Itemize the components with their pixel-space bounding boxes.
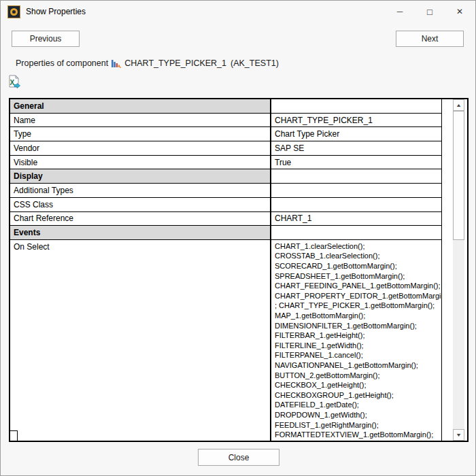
table-row[interactable]: General [10, 99, 441, 114]
scroll-up-icon: ▲ [456, 103, 462, 107]
property-label: Type [10, 127, 271, 141]
property-label: On Select [10, 240, 271, 441]
table-bottom-notch [10, 430, 18, 441]
close-button[interactable]: Close [198, 449, 279, 466]
property-value[interactable]: CHART_1 [271, 212, 441, 226]
caption-prefix: Properties of component [16, 58, 108, 68]
table-row[interactable]: Chart ReferenceCHART_1 [10, 212, 441, 226]
property-value[interactable] [271, 198, 441, 211]
property-label: CSS Class [10, 198, 271, 211]
code-line: FORMATTEDTEXTVIEW_1.getBottomMargin(); [275, 430, 441, 440]
table-row[interactable]: VendorSAP SE [10, 141, 441, 156]
property-value[interactable] [271, 184, 441, 197]
table-row[interactable]: On SelectCHART_1.clearSelection();CROSST… [10, 240, 441, 441]
property-value[interactable]: CHART_TYPE_PICKER_1 [271, 114, 441, 127]
code-line: CROSSTAB_1.clearSelection(); [275, 251, 441, 261]
minimize-icon: ─ [397, 7, 403, 16]
scrollbar-thumb[interactable] [453, 111, 464, 240]
code-line: SCORECARD_1.getBottomMargin(); [275, 261, 441, 271]
scroll-down-icon: ▼ [456, 432, 462, 437]
property-value [271, 226, 441, 239]
property-value [271, 169, 441, 183]
svg-text:X: X [10, 79, 15, 86]
code-line: CHECKBOX_1.getHeight(); [275, 380, 441, 390]
window-controls: ─ □ ✕ [385, 1, 475, 22]
bar-chart-icon [112, 59, 121, 68]
properties-table: GeneralNameCHART_TYPE_PICKER_1TypeChart … [9, 98, 469, 442]
component-name: CHART_TYPE_PICKER_1 [124, 58, 226, 68]
window-title: Show Properties [26, 7, 86, 16]
show-properties-dialog: Show Properties ─ □ ✕ Previous Next Prop… [0, 0, 476, 476]
scroll-up-button[interactable]: ▲ [453, 99, 464, 111]
code-line: DATEFIELD_1.getDate(); [275, 400, 441, 410]
code-line: NAVIGATIONPANEL_1.getBottomMargin(); [275, 360, 441, 371]
table-row[interactable]: VisibleTrue [10, 156, 441, 170]
vertical-scrollbar[interactable]: ▲ ▼ [453, 99, 464, 441]
property-label: Visible [10, 156, 271, 169]
code-line: CHECKBOXGROUP_1.getHeight(); [275, 390, 441, 401]
code-line: FEEDLIST_1.getRightMargin(); [275, 420, 441, 430]
property-value[interactable]: CHART_1.clearSelection();CROSSTAB_1.clea… [271, 240, 441, 441]
table-row[interactable]: Events [10, 226, 441, 240]
code-line: MAP_1.getBottomMargin(); [275, 311, 441, 321]
table-row[interactable]: TypeChart Type Picker [10, 127, 441, 141]
code-line: FILTERBAR_1.getHeight(); [275, 330, 441, 341]
app-icon [7, 5, 20, 18]
properties-table-rows: GeneralNameCHART_TYPE_PICKER_1TypeChart … [10, 99, 442, 441]
code-line: FILTERPANEL_1.cancel(); [275, 350, 441, 360]
section-header-label: General [10, 99, 271, 113]
property-label: Name [10, 114, 271, 127]
component-properties-caption: Properties of component CHART_TYPE_PICKE… [16, 57, 279, 69]
code-line: FILTERLINE_1.getWidth(); [275, 341, 441, 351]
property-label: Chart Reference [10, 212, 271, 226]
titlebar: Show Properties ─ □ ✕ [1, 1, 475, 22]
scroll-down-button[interactable]: ▼ [453, 429, 464, 441]
code-line: SPREADSHEET_1.getBottomMargin(); [275, 271, 441, 282]
code-line: CHART_FEEDING_PANEL_1.getBottomMargin(); [275, 281, 441, 291]
table-row[interactable]: Display [10, 169, 441, 184]
close-icon: ✕ [456, 7, 463, 16]
table-row[interactable]: Additional Types [10, 184, 441, 198]
property-value [271, 99, 441, 113]
code-line: DROPDOWN_1.getWidth(); [275, 410, 441, 420]
property-label: Vendor [10, 141, 271, 155]
code-line: BUTTON_2.getBottomMargin(); [275, 371, 441, 381]
export-to-excel-icon[interactable]: X [7, 75, 21, 89]
property-value[interactable]: SAP SE [271, 141, 441, 155]
table-row[interactable]: CSS Class [10, 198, 441, 212]
section-header-label: Display [10, 169, 271, 183]
previous-button[interactable]: Previous [12, 31, 80, 47]
next-button[interactable]: Next [396, 31, 464, 47]
code-line: CHART_PROPERTY_EDITOR_1.getBottomMargin(… [275, 291, 441, 301]
code-line: CHART_1.clearSelection(); [275, 241, 441, 252]
property-label: Additional Types [10, 184, 271, 197]
app-logo-ring [10, 8, 18, 16]
section-header-label: Events [10, 226, 271, 239]
maximize-button[interactable]: □ [415, 1, 445, 22]
application-name: (AK_TEST1) [231, 58, 279, 68]
property-value[interactable]: Chart Type Picker [271, 127, 441, 141]
property-value[interactable]: True [271, 156, 441, 169]
minimize-button[interactable]: ─ [385, 1, 415, 22]
maximize-icon: □ [427, 7, 432, 16]
table-row[interactable]: NameCHART_TYPE_PICKER_1 [10, 114, 441, 128]
close-window-button[interactable]: ✕ [445, 1, 475, 22]
code-line: ; CHART_TYPE_PICKER_1.getBottomMargin(); [275, 301, 441, 311]
code-line: DIMENSIONFILTER_1.getBottomMargin(); [275, 321, 441, 331]
